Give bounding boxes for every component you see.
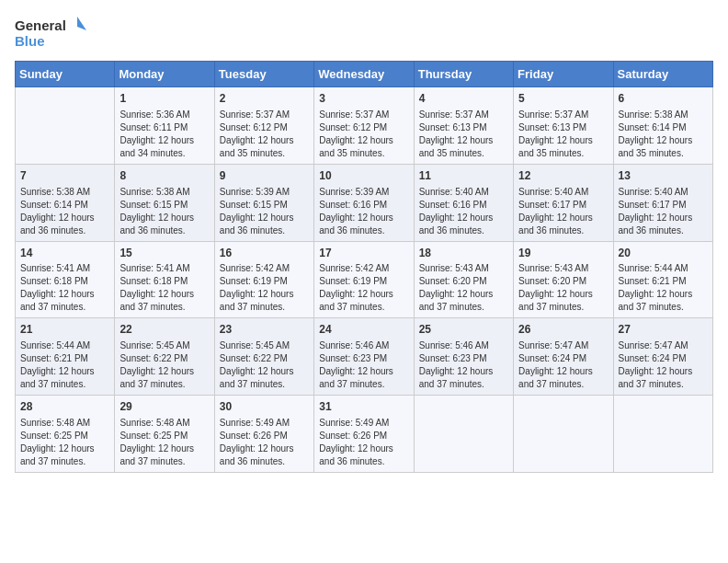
calendar-cell: 28Sunrise: 5:48 AMSunset: 6:25 PMDayligh…	[16, 396, 115, 473]
day-info: Sunrise: 5:49 AMSunset: 6:26 PMDaylight:…	[319, 417, 408, 468]
day-number: 25	[419, 322, 508, 338]
day-info: Sunrise: 5:38 AMSunset: 6:14 PMDaylight:…	[20, 186, 109, 237]
day-number: 17	[319, 246, 408, 261]
day-info: Sunrise: 5:46 AMSunset: 6:23 PMDaylight:…	[419, 339, 508, 391]
calendar-cell: 3Sunrise: 5:37 AMSunset: 6:12 PMDaylight…	[314, 87, 414, 165]
day-info: Sunrise: 5:47 AMSunset: 6:24 PMDaylight:…	[518, 339, 608, 391]
day-number: 8	[119, 168, 209, 184]
calendar-cell: 16Sunrise: 5:42 AMSunset: 6:19 PMDayligh…	[214, 241, 313, 318]
calendar-cell: 27Sunrise: 5:47 AMSunset: 6:24 PMDayligh…	[613, 318, 712, 396]
calendar-cell: 24Sunrise: 5:46 AMSunset: 6:23 PMDayligh…	[314, 318, 414, 396]
calendar-cell	[16, 87, 115, 165]
day-number: 26	[518, 322, 608, 338]
calendar-cell: 18Sunrise: 5:43 AMSunset: 6:20 PMDayligh…	[414, 241, 513, 318]
day-info: Sunrise: 5:44 AMSunset: 6:21 PMDaylight:…	[619, 262, 708, 314]
day-info: Sunrise: 5:48 AMSunset: 6:25 PMDaylight:…	[119, 417, 209, 468]
calendar-cell: 21Sunrise: 5:44 AMSunset: 6:21 PMDayligh…	[16, 318, 115, 396]
calendar-cell: 29Sunrise: 5:48 AMSunset: 6:25 PMDayligh…	[115, 396, 214, 473]
day-info: Sunrise: 5:41 AMSunset: 6:18 PMDaylight:…	[20, 262, 109, 314]
calendar-week-row: 1Sunrise: 5:36 AMSunset: 6:11 PMDaylight…	[16, 87, 713, 165]
page-header: GeneralBlue	[15, 15, 713, 50]
day-info: Sunrise: 5:37 AMSunset: 6:12 PMDaylight:…	[220, 109, 309, 160]
day-number: 28	[20, 399, 109, 415]
day-number: 22	[119, 322, 209, 338]
day-info: Sunrise: 5:40 AMSunset: 6:17 PMDaylight:…	[619, 186, 708, 237]
day-info: Sunrise: 5:44 AMSunset: 6:21 PMDaylight:…	[20, 339, 109, 391]
day-number: 18	[419, 246, 508, 261]
calendar-week-row: 7Sunrise: 5:38 AMSunset: 6:14 PMDaylight…	[16, 164, 713, 241]
calendar-cell: 5Sunrise: 5:37 AMSunset: 6:13 PMDaylight…	[514, 87, 613, 165]
col-header-friday: Friday	[514, 62, 613, 87]
calendar-cell: 31Sunrise: 5:49 AMSunset: 6:26 PMDayligh…	[314, 396, 414, 473]
calendar-cell: 7Sunrise: 5:38 AMSunset: 6:14 PMDaylight…	[16, 164, 115, 241]
day-info: Sunrise: 5:47 AMSunset: 6:24 PMDaylight:…	[619, 339, 708, 391]
calendar-cell	[414, 396, 513, 473]
svg-text:General: General	[15, 17, 66, 33]
day-number: 12	[518, 168, 608, 184]
day-info: Sunrise: 5:40 AMSunset: 6:16 PMDaylight:…	[419, 186, 508, 237]
day-number: 16	[220, 246, 309, 261]
day-info: Sunrise: 5:37 AMSunset: 6:13 PMDaylight:…	[518, 109, 608, 160]
day-number: 14	[20, 246, 109, 261]
day-info: Sunrise: 5:36 AMSunset: 6:11 PMDaylight:…	[119, 109, 209, 160]
day-info: Sunrise: 5:45 AMSunset: 6:22 PMDaylight:…	[220, 339, 309, 391]
day-number: 29	[119, 399, 209, 415]
day-info: Sunrise: 5:45 AMSunset: 6:22 PMDaylight:…	[119, 339, 209, 391]
calendar-table: SundayMondayTuesdayWednesdayThursdayFrid…	[15, 61, 713, 473]
calendar-cell: 9Sunrise: 5:39 AMSunset: 6:15 PMDaylight…	[214, 164, 313, 241]
day-info: Sunrise: 5:37 AMSunset: 6:12 PMDaylight:…	[319, 109, 408, 160]
calendar-week-row: 21Sunrise: 5:44 AMSunset: 6:21 PMDayligh…	[16, 318, 713, 396]
calendar-cell: 23Sunrise: 5:45 AMSunset: 6:22 PMDayligh…	[214, 318, 313, 396]
calendar-cell	[613, 396, 712, 473]
day-number: 15	[119, 246, 209, 261]
day-info: Sunrise: 5:49 AMSunset: 6:26 PMDaylight:…	[220, 417, 309, 468]
day-number: 13	[619, 168, 708, 184]
col-header-tuesday: Tuesday	[214, 62, 313, 87]
day-number: 6	[619, 91, 708, 107]
day-number: 1	[119, 91, 209, 107]
calendar-cell: 19Sunrise: 5:43 AMSunset: 6:20 PMDayligh…	[514, 241, 613, 318]
svg-marker-2	[77, 17, 86, 30]
day-number: 5	[518, 91, 608, 107]
calendar-cell: 11Sunrise: 5:40 AMSunset: 6:16 PMDayligh…	[414, 164, 513, 241]
day-info: Sunrise: 5:41 AMSunset: 6:18 PMDaylight:…	[119, 262, 209, 314]
logo-svg: GeneralBlue	[15, 15, 88, 50]
col-header-monday: Monday	[115, 62, 214, 87]
day-info: Sunrise: 5:38 AMSunset: 6:15 PMDaylight:…	[119, 186, 209, 237]
day-info: Sunrise: 5:39 AMSunset: 6:16 PMDaylight:…	[319, 186, 408, 237]
svg-text:Blue: Blue	[15, 33, 45, 49]
calendar-cell: 2Sunrise: 5:37 AMSunset: 6:12 PMDaylight…	[214, 87, 313, 165]
day-info: Sunrise: 5:37 AMSunset: 6:13 PMDaylight:…	[419, 109, 508, 160]
calendar-cell: 25Sunrise: 5:46 AMSunset: 6:23 PMDayligh…	[414, 318, 513, 396]
calendar-cell: 20Sunrise: 5:44 AMSunset: 6:21 PMDayligh…	[613, 241, 712, 318]
col-header-thursday: Thursday	[414, 62, 513, 87]
calendar-cell: 26Sunrise: 5:47 AMSunset: 6:24 PMDayligh…	[514, 318, 613, 396]
calendar-cell: 12Sunrise: 5:40 AMSunset: 6:17 PMDayligh…	[514, 164, 613, 241]
calendar-cell: 1Sunrise: 5:36 AMSunset: 6:11 PMDaylight…	[115, 87, 214, 165]
calendar-cell	[514, 396, 613, 473]
day-info: Sunrise: 5:46 AMSunset: 6:23 PMDaylight:…	[319, 339, 408, 391]
col-header-wednesday: Wednesday	[314, 62, 414, 87]
day-number: 24	[319, 322, 408, 338]
day-number: 30	[220, 399, 309, 415]
logo: GeneralBlue	[15, 15, 88, 50]
calendar-cell: 30Sunrise: 5:49 AMSunset: 6:26 PMDayligh…	[214, 396, 313, 473]
calendar-cell: 17Sunrise: 5:42 AMSunset: 6:19 PMDayligh…	[314, 241, 414, 318]
calendar-cell: 6Sunrise: 5:38 AMSunset: 6:14 PMDaylight…	[613, 87, 712, 165]
day-info: Sunrise: 5:39 AMSunset: 6:15 PMDaylight:…	[220, 186, 309, 237]
calendar-cell: 15Sunrise: 5:41 AMSunset: 6:18 PMDayligh…	[115, 241, 214, 318]
day-number: 19	[518, 246, 608, 261]
calendar-cell: 4Sunrise: 5:37 AMSunset: 6:13 PMDaylight…	[414, 87, 513, 165]
day-info: Sunrise: 5:40 AMSunset: 6:17 PMDaylight:…	[518, 186, 608, 237]
calendar-cell: 14Sunrise: 5:41 AMSunset: 6:18 PMDayligh…	[16, 241, 115, 318]
day-info: Sunrise: 5:42 AMSunset: 6:19 PMDaylight:…	[220, 262, 309, 314]
day-number: 9	[220, 168, 309, 184]
col-header-sunday: Sunday	[16, 62, 115, 87]
day-info: Sunrise: 5:42 AMSunset: 6:19 PMDaylight:…	[319, 262, 408, 314]
day-number: 10	[319, 168, 408, 184]
calendar-week-row: 14Sunrise: 5:41 AMSunset: 6:18 PMDayligh…	[16, 241, 713, 318]
day-info: Sunrise: 5:38 AMSunset: 6:14 PMDaylight:…	[619, 109, 708, 160]
day-number: 7	[20, 168, 109, 184]
day-number: 4	[419, 91, 508, 107]
day-info: Sunrise: 5:43 AMSunset: 6:20 PMDaylight:…	[419, 262, 508, 314]
